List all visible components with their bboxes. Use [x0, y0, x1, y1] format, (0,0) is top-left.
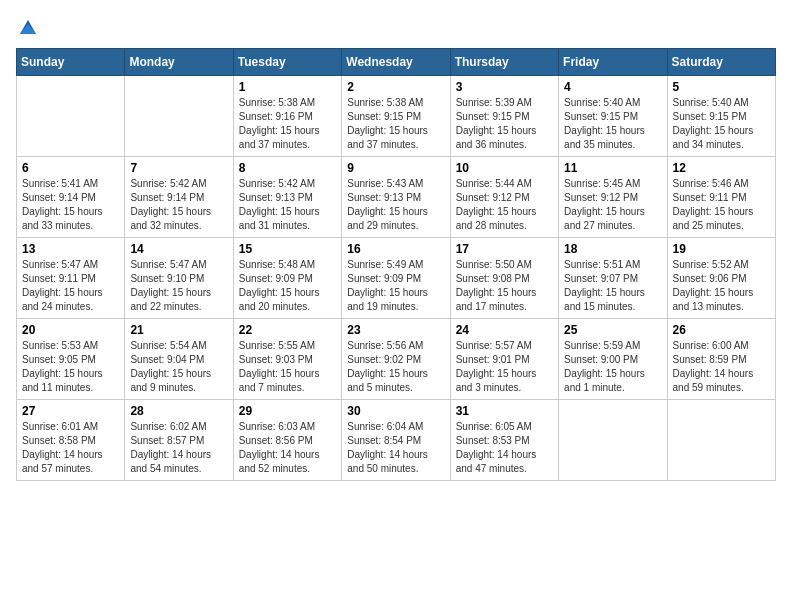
- day-info: Sunrise: 5:42 AM Sunset: 9:13 PM Dayligh…: [239, 177, 336, 233]
- calendar-cell: 11Sunrise: 5:45 AM Sunset: 9:12 PM Dayli…: [559, 157, 667, 238]
- calendar-cell: 23Sunrise: 5:56 AM Sunset: 9:02 PM Dayli…: [342, 319, 450, 400]
- calendar-cell: 21Sunrise: 5:54 AM Sunset: 9:04 PM Dayli…: [125, 319, 233, 400]
- calendar-week-3: 13Sunrise: 5:47 AM Sunset: 9:11 PM Dayli…: [17, 238, 776, 319]
- day-number: 21: [130, 323, 227, 337]
- calendar-cell: 24Sunrise: 5:57 AM Sunset: 9:01 PM Dayli…: [450, 319, 558, 400]
- day-info: Sunrise: 5:54 AM Sunset: 9:04 PM Dayligh…: [130, 339, 227, 395]
- day-info: Sunrise: 5:52 AM Sunset: 9:06 PM Dayligh…: [673, 258, 770, 314]
- day-info: Sunrise: 5:41 AM Sunset: 9:14 PM Dayligh…: [22, 177, 119, 233]
- page-header: [16, 16, 776, 36]
- calendar-cell: 31Sunrise: 6:05 AM Sunset: 8:53 PM Dayli…: [450, 400, 558, 481]
- day-number: 25: [564, 323, 661, 337]
- day-number: 11: [564, 161, 661, 175]
- day-number: 2: [347, 80, 444, 94]
- day-info: Sunrise: 5:44 AM Sunset: 9:12 PM Dayligh…: [456, 177, 553, 233]
- day-number: 27: [22, 404, 119, 418]
- day-number: 12: [673, 161, 770, 175]
- day-number: 3: [456, 80, 553, 94]
- day-info: Sunrise: 5:40 AM Sunset: 9:15 PM Dayligh…: [673, 96, 770, 152]
- calendar-cell: 19Sunrise: 5:52 AM Sunset: 9:06 PM Dayli…: [667, 238, 775, 319]
- calendar-cell: 8Sunrise: 5:42 AM Sunset: 9:13 PM Daylig…: [233, 157, 341, 238]
- calendar-cell: 4Sunrise: 5:40 AM Sunset: 9:15 PM Daylig…: [559, 76, 667, 157]
- day-info: Sunrise: 6:02 AM Sunset: 8:57 PM Dayligh…: [130, 420, 227, 476]
- day-info: Sunrise: 6:05 AM Sunset: 8:53 PM Dayligh…: [456, 420, 553, 476]
- day-info: Sunrise: 6:04 AM Sunset: 8:54 PM Dayligh…: [347, 420, 444, 476]
- day-number: 6: [22, 161, 119, 175]
- day-info: Sunrise: 5:43 AM Sunset: 9:13 PM Dayligh…: [347, 177, 444, 233]
- day-number: 5: [673, 80, 770, 94]
- calendar-cell: 17Sunrise: 5:50 AM Sunset: 9:08 PM Dayli…: [450, 238, 558, 319]
- day-number: 13: [22, 242, 119, 256]
- header-monday: Monday: [125, 49, 233, 76]
- day-info: Sunrise: 5:49 AM Sunset: 9:09 PM Dayligh…: [347, 258, 444, 314]
- calendar-cell: 28Sunrise: 6:02 AM Sunset: 8:57 PM Dayli…: [125, 400, 233, 481]
- calendar-cell: 3Sunrise: 5:39 AM Sunset: 9:15 PM Daylig…: [450, 76, 558, 157]
- calendar-cell: 15Sunrise: 5:48 AM Sunset: 9:09 PM Dayli…: [233, 238, 341, 319]
- day-info: Sunrise: 5:53 AM Sunset: 9:05 PM Dayligh…: [22, 339, 119, 395]
- calendar-cell: 13Sunrise: 5:47 AM Sunset: 9:11 PM Dayli…: [17, 238, 125, 319]
- calendar-cell: [17, 76, 125, 157]
- day-number: 9: [347, 161, 444, 175]
- calendar-cell: 7Sunrise: 5:42 AM Sunset: 9:14 PM Daylig…: [125, 157, 233, 238]
- calendar-cell: 9Sunrise: 5:43 AM Sunset: 9:13 PM Daylig…: [342, 157, 450, 238]
- day-number: 4: [564, 80, 661, 94]
- calendar-cell: [125, 76, 233, 157]
- day-number: 31: [456, 404, 553, 418]
- svg-marker-1: [20, 24, 36, 34]
- day-info: Sunrise: 5:45 AM Sunset: 9:12 PM Dayligh…: [564, 177, 661, 233]
- calendar-week-1: 1Sunrise: 5:38 AM Sunset: 9:16 PM Daylig…: [17, 76, 776, 157]
- calendar-cell: 2Sunrise: 5:38 AM Sunset: 9:15 PM Daylig…: [342, 76, 450, 157]
- day-number: 7: [130, 161, 227, 175]
- calendar-week-4: 20Sunrise: 5:53 AM Sunset: 9:05 PM Dayli…: [17, 319, 776, 400]
- calendar-cell: 5Sunrise: 5:40 AM Sunset: 9:15 PM Daylig…: [667, 76, 775, 157]
- day-number: 10: [456, 161, 553, 175]
- header-thursday: Thursday: [450, 49, 558, 76]
- calendar-cell: 20Sunrise: 5:53 AM Sunset: 9:05 PM Dayli…: [17, 319, 125, 400]
- day-number: 26: [673, 323, 770, 337]
- day-number: 19: [673, 242, 770, 256]
- calendar-week-5: 27Sunrise: 6:01 AM Sunset: 8:58 PM Dayli…: [17, 400, 776, 481]
- calendar-cell: 30Sunrise: 6:04 AM Sunset: 8:54 PM Dayli…: [342, 400, 450, 481]
- day-info: Sunrise: 5:38 AM Sunset: 9:15 PM Dayligh…: [347, 96, 444, 152]
- calendar-table: SundayMondayTuesdayWednesdayThursdayFrid…: [16, 48, 776, 481]
- calendar-cell: 29Sunrise: 6:03 AM Sunset: 8:56 PM Dayli…: [233, 400, 341, 481]
- day-number: 28: [130, 404, 227, 418]
- day-number: 23: [347, 323, 444, 337]
- calendar-cell: 16Sunrise: 5:49 AM Sunset: 9:09 PM Dayli…: [342, 238, 450, 319]
- day-number: 17: [456, 242, 553, 256]
- day-info: Sunrise: 5:51 AM Sunset: 9:07 PM Dayligh…: [564, 258, 661, 314]
- day-info: Sunrise: 6:00 AM Sunset: 8:59 PM Dayligh…: [673, 339, 770, 395]
- logo-icon: [18, 16, 38, 36]
- header-friday: Friday: [559, 49, 667, 76]
- calendar-cell: 1Sunrise: 5:38 AM Sunset: 9:16 PM Daylig…: [233, 76, 341, 157]
- calendar-cell: [667, 400, 775, 481]
- day-number: 30: [347, 404, 444, 418]
- calendar-header-row: SundayMondayTuesdayWednesdayThursdayFrid…: [17, 49, 776, 76]
- day-number: 24: [456, 323, 553, 337]
- logo: [16, 16, 38, 36]
- day-info: Sunrise: 5:38 AM Sunset: 9:16 PM Dayligh…: [239, 96, 336, 152]
- calendar-week-2: 6Sunrise: 5:41 AM Sunset: 9:14 PM Daylig…: [17, 157, 776, 238]
- day-info: Sunrise: 5:40 AM Sunset: 9:15 PM Dayligh…: [564, 96, 661, 152]
- header-tuesday: Tuesday: [233, 49, 341, 76]
- day-number: 1: [239, 80, 336, 94]
- calendar-cell: 12Sunrise: 5:46 AM Sunset: 9:11 PM Dayli…: [667, 157, 775, 238]
- calendar-cell: 26Sunrise: 6:00 AM Sunset: 8:59 PM Dayli…: [667, 319, 775, 400]
- day-number: 15: [239, 242, 336, 256]
- header-saturday: Saturday: [667, 49, 775, 76]
- day-info: Sunrise: 5:39 AM Sunset: 9:15 PM Dayligh…: [456, 96, 553, 152]
- calendar-cell: [559, 400, 667, 481]
- calendar-cell: 10Sunrise: 5:44 AM Sunset: 9:12 PM Dayli…: [450, 157, 558, 238]
- day-number: 16: [347, 242, 444, 256]
- calendar-cell: 27Sunrise: 6:01 AM Sunset: 8:58 PM Dayli…: [17, 400, 125, 481]
- header-sunday: Sunday: [17, 49, 125, 76]
- day-info: Sunrise: 5:47 AM Sunset: 9:11 PM Dayligh…: [22, 258, 119, 314]
- day-number: 8: [239, 161, 336, 175]
- calendar-cell: 22Sunrise: 5:55 AM Sunset: 9:03 PM Dayli…: [233, 319, 341, 400]
- calendar-cell: 25Sunrise: 5:59 AM Sunset: 9:00 PM Dayli…: [559, 319, 667, 400]
- day-info: Sunrise: 6:01 AM Sunset: 8:58 PM Dayligh…: [22, 420, 119, 476]
- day-number: 14: [130, 242, 227, 256]
- header-wednesday: Wednesday: [342, 49, 450, 76]
- day-info: Sunrise: 5:47 AM Sunset: 9:10 PM Dayligh…: [130, 258, 227, 314]
- day-info: Sunrise: 5:46 AM Sunset: 9:11 PM Dayligh…: [673, 177, 770, 233]
